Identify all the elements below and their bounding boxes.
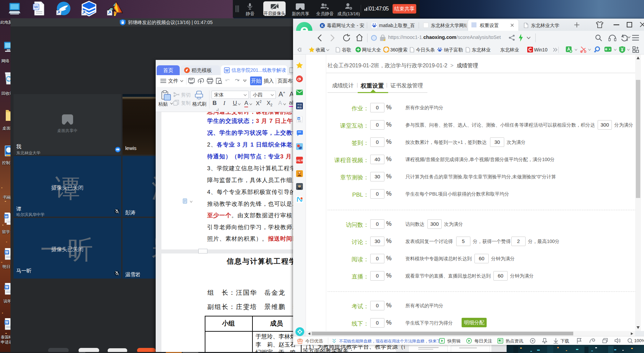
svg-text:W: W [5,285,8,289]
svg-text:小红书: 小红书 [296,159,303,162]
svg-text:K: K [321,24,324,28]
svg-text:W: W [5,321,8,324]
svg-text:W: W [34,4,38,9]
svg-text:网校: 网校 [297,106,302,109]
svg-text:W: W [5,250,8,254]
svg-text:W: W [5,215,8,218]
svg-text:W: W [225,68,229,72]
svg-text:环球: 环球 [297,104,302,106]
svg-text:W: W [298,117,300,120]
